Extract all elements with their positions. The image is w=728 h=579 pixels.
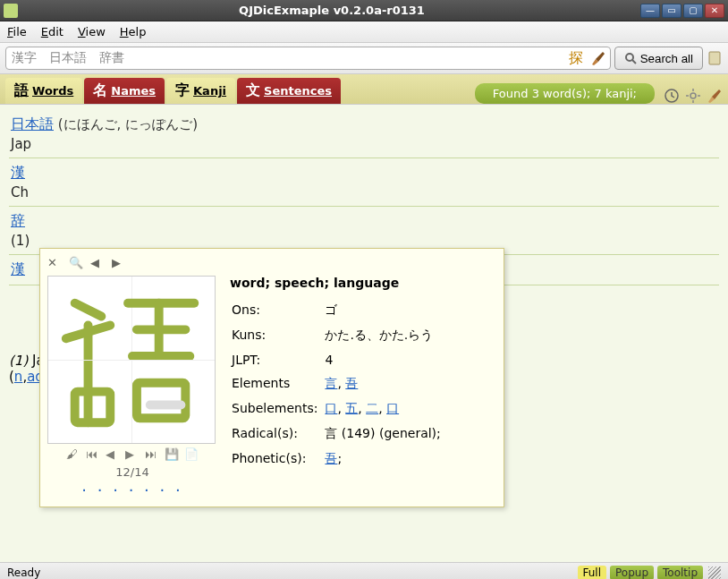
tab-kanji[interactable]: 字Kanji bbox=[166, 78, 235, 104]
close-icon[interactable]: ✕ bbox=[47, 256, 62, 270]
kanji-meaning: word; speech; language bbox=[230, 276, 496, 290]
brush-icon[interactable] bbox=[590, 50, 606, 66]
svg-point-0 bbox=[626, 54, 633, 61]
mode-tooltip[interactable]: Tooltip bbox=[657, 566, 703, 580]
minimize-button[interactable]: — bbox=[640, 4, 660, 18]
tab-words[interactable]: 語Words bbox=[5, 78, 82, 104]
stroke-canvas bbox=[47, 276, 216, 444]
menu-file[interactable]: File bbox=[7, 25, 27, 38]
stroke-controls: 🖌 ⏮ ◀ ▶ ⏭ 💾 📄 bbox=[47, 447, 217, 462]
element-link[interactable]: 吾 bbox=[345, 376, 358, 390]
result-count: Found 3 word(s); 7 kanji; bbox=[475, 83, 655, 104]
svg-rect-17 bbox=[137, 383, 185, 419]
menubar: File Edit View Help bbox=[0, 21, 728, 43]
play-icon[interactable]: ▶ bbox=[125, 447, 140, 462]
restore-button[interactable]: ▭ bbox=[662, 4, 681, 18]
export-icon[interactable]: 📄 bbox=[184, 447, 199, 462]
definition: Jap bbox=[11, 136, 717, 152]
subelement-link[interactable]: 五 bbox=[345, 401, 358, 415]
stroke-count: 12/14 bbox=[47, 465, 217, 479]
pos-link[interactable]: n bbox=[14, 369, 23, 385]
subelement-link[interactable]: 口 bbox=[386, 401, 399, 415]
search-hint-glyph: 探 bbox=[569, 49, 583, 68]
menu-edit[interactable]: Edit bbox=[41, 25, 63, 38]
headword[interactable]: 漢 bbox=[11, 260, 25, 277]
history-icon[interactable] bbox=[664, 88, 680, 104]
tab-names[interactable]: 名Names bbox=[84, 78, 165, 104]
maximize-button[interactable]: ▢ bbox=[683, 4, 703, 18]
menu-help[interactable]: Help bbox=[120, 25, 147, 38]
subelement-link[interactable]: 二 bbox=[366, 401, 378, 415]
titlebar: QJDicExmaple v0.2.0a-r0131 — ▭ ▢ ✕ bbox=[0, 0, 728, 21]
mode-full[interactable]: Full bbox=[578, 566, 607, 580]
close-button[interactable]: ✕ bbox=[705, 4, 724, 18]
window-title: QJDicExmaple v0.2.0a-r0131 bbox=[23, 4, 640, 17]
svg-rect-2 bbox=[709, 52, 720, 64]
search-icon bbox=[624, 52, 637, 64]
next-icon[interactable]: ⏭ bbox=[145, 447, 159, 462]
popup-toolbar: ✕ 🔍 ◀ ▶ bbox=[47, 256, 496, 270]
window-controls: — ▭ ▢ ✕ bbox=[640, 4, 724, 18]
save-icon[interactable]: 💾 bbox=[165, 447, 179, 462]
svg-line-9 bbox=[75, 303, 102, 317]
clear-strokes-icon[interactable]: 🖌 bbox=[66, 447, 80, 462]
statusbar: Ready Full Popup Tooltip bbox=[0, 562, 728, 579]
mode-popup[interactable]: Popup bbox=[610, 566, 654, 580]
app-icon bbox=[4, 4, 18, 18]
svg-point-4 bbox=[690, 93, 696, 98]
phonetic-link[interactable]: 吾 bbox=[325, 451, 337, 465]
prev-icon[interactable]: ◀ bbox=[106, 447, 120, 462]
back-icon[interactable]: ◀ bbox=[90, 256, 105, 270]
gear-icon[interactable] bbox=[685, 88, 701, 104]
forward-icon[interactable]: ▶ bbox=[112, 256, 126, 270]
svg-line-1 bbox=[632, 60, 636, 64]
tab-sentences[interactable]: 文Sentences bbox=[237, 78, 341, 104]
clipboard-icon[interactable] bbox=[707, 50, 723, 66]
search-placeholder: 漢字 日本語 辞書 bbox=[12, 50, 124, 66]
entry-row: 日本語 (にほんご, にっぽんご) Jap bbox=[9, 110, 719, 158]
kanji-info: word; speech; language Ons:ゴ Kuns:かた.る、か… bbox=[230, 276, 496, 499]
headword[interactable]: 日本語 bbox=[11, 115, 54, 132]
headword[interactable]: 漢 bbox=[11, 164, 25, 181]
entry-row: 漢 Ch bbox=[9, 158, 719, 207]
zoom-icon[interactable]: 🔍 bbox=[69, 256, 83, 270]
first-icon[interactable]: ⏮ bbox=[86, 447, 100, 462]
search-all-button[interactable]: Search all bbox=[614, 47, 703, 70]
status-text: Ready bbox=[7, 566, 40, 579]
stroke-panel: 🖌 ⏮ ◀ ▶ ⏭ 💾 📄 12/14 · · · · · · · bbox=[47, 276, 217, 499]
resize-grip[interactable] bbox=[708, 566, 721, 579]
menu-view[interactable]: View bbox=[78, 25, 106, 38]
headword[interactable]: 辞 bbox=[11, 212, 25, 229]
subelement-link[interactable]: 口 bbox=[325, 401, 337, 415]
stroke-dots: · · · · · · · bbox=[47, 481, 217, 499]
clear-icon[interactable] bbox=[707, 88, 723, 104]
search-input[interactable]: 漢字 日本語 辞書 探 bbox=[5, 47, 611, 70]
element-link[interactable]: 言 bbox=[325, 376, 337, 390]
results-pane[interactable]: 日本語 (にほんご, にっぽんご) Jap 漢 Ch 辞 (1) 漢 にっぽんご… bbox=[0, 105, 728, 562]
kanji-popup: ✕ 🔍 ◀ ▶ bbox=[39, 248, 504, 507]
search-toolbar: 漢字 日本語 辞書 探 Search all bbox=[0, 43, 728, 74]
tabbar: 語Words 名Names 字Kanji 文Sentences Found 3 … bbox=[0, 74, 728, 105]
